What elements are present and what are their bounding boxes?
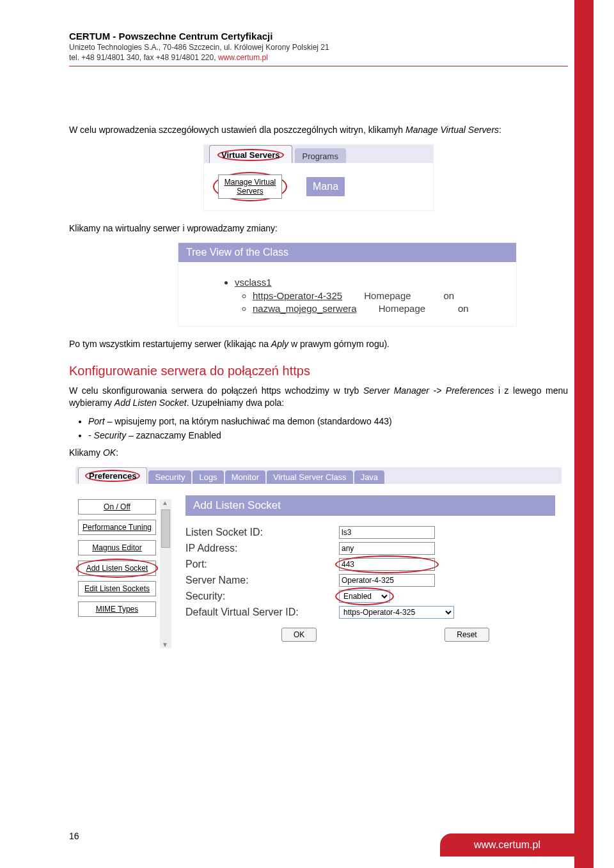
paragraph-intro-1: W celu wprowadzenia szczegółowych ustawi… xyxy=(69,124,568,137)
tab-logs[interactable]: Logs xyxy=(193,470,223,484)
header-contact: tel. +48 91/4801 340, fax +48 91/4801 22… xyxy=(69,53,568,62)
sidebar-item-mime-types[interactable]: MIME Types xyxy=(78,601,156,617)
tree-op-label: https-Operator-4-325 xyxy=(253,290,342,301)
preferences-tabbar: Preferences Security Logs Monitor Virtua… xyxy=(75,467,562,484)
footer-url-pill: www.certum.pl xyxy=(440,833,574,856)
para3-b: w prawym górnym rogu). xyxy=(288,339,390,349)
tab-virtual-server-class[interactable]: Virtual Server Class xyxy=(267,470,353,484)
tab-security[interactable]: Security xyxy=(148,470,191,484)
mana-fragment: Mana xyxy=(306,177,345,196)
label-socket-id: Listen Socket ID: xyxy=(185,527,339,538)
input-socket-id[interactable] xyxy=(339,526,435,539)
tab-programs[interactable]: Programs xyxy=(295,148,346,163)
para1-italic: Manage Virtual Servers xyxy=(405,125,499,135)
bullet-list: Port – wpisujemy port, na którym nasłuch… xyxy=(88,416,568,440)
tree-nm-on: on xyxy=(458,303,469,314)
header-divider xyxy=(69,66,568,66)
header-block: CERTUM - Powszechne Centrum Certyfikacji… xyxy=(69,31,568,62)
tree-view-body: vsclass1 https-Operator-4-325 Homepage o… xyxy=(178,262,516,326)
tree-item-https-operator[interactable]: https-Operator-4-325 Homepage on xyxy=(253,290,510,301)
form-title: Add Listen Socket xyxy=(185,495,555,516)
tree-item-nazwa-serwera[interactable]: nazwa_mojego_serwera Homepage on xyxy=(253,303,510,314)
header-address: Unizeto Technologies S.A., 70-486 Szczec… xyxy=(69,43,568,52)
tab-monitor[interactable]: Monitor xyxy=(225,470,265,484)
para5-a: Klikamy xyxy=(69,447,103,458)
sidebar-item-onoff[interactable]: On / Off xyxy=(78,499,156,515)
bullet2-i: Security xyxy=(94,430,127,440)
label-security: Security: xyxy=(185,591,339,602)
tab-virtual-servers[interactable]: Virtual Servers xyxy=(209,145,292,163)
tab-preferences[interactable]: Preferences xyxy=(78,467,147,484)
tree-op-on: on xyxy=(443,290,454,301)
para4-i2: Add Listen Socket xyxy=(114,398,187,408)
para4-a: W celu skonfigurowania serwera do połącz… xyxy=(69,385,363,396)
para4-c: . Uzupełniamy dwa pola: xyxy=(187,398,285,408)
tab-java[interactable]: Java xyxy=(354,470,384,484)
bullet1-i: Port xyxy=(88,416,105,426)
tree-op-homepage: Homepage xyxy=(364,290,441,301)
tree-vsclass1-label: vsclass1 xyxy=(235,277,272,288)
para3-i: Aply xyxy=(271,339,288,349)
label-default-vs-id: Default Virtual Server ID: xyxy=(185,607,339,618)
para1-text-a: W celu wprowadzenia szczegółowych ustawi… xyxy=(69,125,405,135)
select-default-vs-id[interactable]: https-Operator-4-325 xyxy=(339,606,454,619)
bullet1-t: – wpisujemy port, na którym nasłuchiwać … xyxy=(105,416,392,426)
label-ip-address: IP Address: xyxy=(185,543,339,554)
header-url: www.certum.pl xyxy=(218,53,268,62)
tree-view-title: Tree View of the Class xyxy=(178,243,516,262)
header-title: CERTUM - Powszechne Centrum Certyfikacji xyxy=(69,31,568,42)
sidebar-item-add-listen-socket[interactable]: Add Listen Socket xyxy=(78,561,156,576)
paragraph-5: Klikamy OK: xyxy=(69,447,568,460)
screenshot-tree-view: Tree View of the Class vsclass1 https-Op… xyxy=(178,242,517,327)
para5-i: OK xyxy=(103,447,116,458)
bullet2-a: - xyxy=(88,430,94,440)
section-title-https: Konfigurowanie serwera do połączeń https xyxy=(69,364,568,378)
manage-virtual-servers-button[interactable]: Manage Virtual Servers xyxy=(213,172,287,201)
reset-button[interactable]: Reset xyxy=(445,628,489,642)
page-number: 16 xyxy=(69,831,79,841)
sidebar-item-magnus[interactable]: Magnus Editor xyxy=(78,540,156,555)
bullet-security: - Security – zaznaczamy Enabled xyxy=(88,430,568,440)
bullet-port: Port – wpisujemy port, na którym nasłuch… xyxy=(88,416,568,426)
bullet2-t: – zaznaczamy Enabled xyxy=(126,430,221,440)
para5-b: : xyxy=(116,447,118,458)
tab-pref-label: Preferences xyxy=(85,470,140,482)
tree-item-vsclass1[interactable]: vsclass1 https-Operator-4-325 Homepage o… xyxy=(235,277,510,314)
input-server-name[interactable] xyxy=(339,574,435,587)
tree-nm-homepage: Homepage xyxy=(379,303,455,314)
ok-button[interactable]: OK xyxy=(281,628,317,642)
manage-vs-label: Manage Virtual Servers xyxy=(218,174,282,199)
tree-nm-label: nazwa_mojego_serwera xyxy=(253,303,357,314)
label-server-name: Server Name: xyxy=(185,575,339,586)
tab-vs-label: Virtual Servers xyxy=(217,149,284,161)
paragraph-3: Po tym wszystkim restartujemy serwer (kl… xyxy=(69,338,568,351)
header-phone-fax: tel. +48 91/4801 340, fax +48 91/4801 22… xyxy=(69,53,218,62)
select-security[interactable]: Enabled xyxy=(339,590,390,603)
input-port[interactable] xyxy=(339,558,435,571)
paragraph-2: Klikamy na wirtualny serwer i wprowadzam… xyxy=(69,222,568,235)
sidebar-scrollbar[interactable] xyxy=(160,499,171,648)
add-listen-socket-form: Add Listen Socket Listen Socket ID: IP A… xyxy=(173,495,562,648)
screenshot-preferences: Preferences Security Logs Monitor Virtua… xyxy=(75,467,562,648)
para3-a: Po tym wszystkim restartujemy serwer (kl… xyxy=(69,339,271,349)
label-port: Port: xyxy=(185,559,339,570)
para1-text-b: : xyxy=(499,125,501,135)
preferences-sidebar: On / Off Performance Tuning Magnus Edito… xyxy=(75,495,159,648)
para4-i1: Server Manager -> Preferences xyxy=(363,385,494,396)
paragraph-4: W celu skonfigurowania serwera do połącz… xyxy=(69,385,568,410)
input-ip-address[interactable] xyxy=(339,542,435,555)
tabbar-1: Virtual Servers Programs xyxy=(204,145,433,163)
sidebar-item-edit-listen-sockets[interactable]: Edit Listen Sockets xyxy=(78,581,156,596)
sidebar-item-performance[interactable]: Performance Tuning xyxy=(78,520,156,535)
screenshot-virtual-servers-tabs: Virtual Servers Programs Manage Virtual … xyxy=(203,144,434,211)
